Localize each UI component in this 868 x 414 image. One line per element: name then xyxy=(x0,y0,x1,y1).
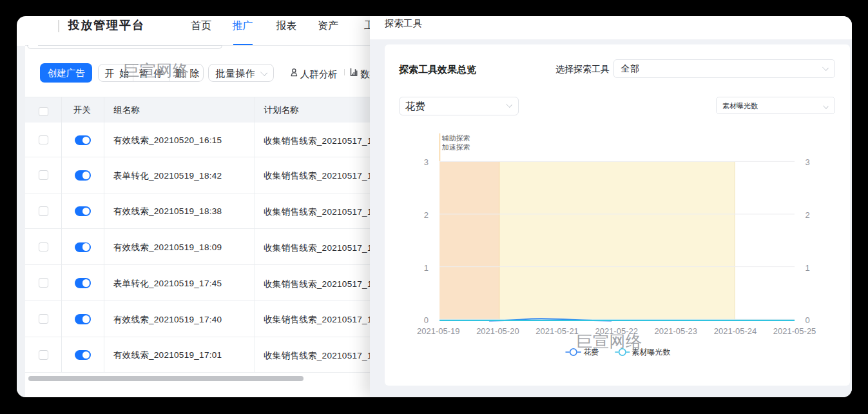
svg-text:辅助探索: 辅助探索 xyxy=(442,134,470,142)
svg-text:0: 0 xyxy=(805,316,810,326)
svg-text:花费: 花费 xyxy=(584,348,599,357)
svg-text:2021-05-21: 2021-05-21 xyxy=(536,326,579,336)
svg-text:3: 3 xyxy=(805,158,810,168)
svg-text:3: 3 xyxy=(424,158,429,168)
svg-text:2: 2 xyxy=(805,210,810,220)
svg-text:1: 1 xyxy=(805,263,810,273)
svg-text:1: 1 xyxy=(424,263,429,273)
svg-text:0: 0 xyxy=(424,316,429,326)
svg-text:素材曝光数: 素材曝光数 xyxy=(632,348,671,357)
svg-text:加速探索: 加速探索 xyxy=(442,143,470,151)
svg-text:2021-05-25: 2021-05-25 xyxy=(773,326,816,336)
svg-text:2021-05-19: 2021-05-19 xyxy=(418,326,461,336)
svg-text:2021-05-20: 2021-05-20 xyxy=(477,326,520,336)
svg-text:2021-05-23: 2021-05-23 xyxy=(655,326,698,336)
svg-text:2: 2 xyxy=(424,210,429,220)
svg-text:2021-05-24: 2021-05-24 xyxy=(714,326,757,336)
